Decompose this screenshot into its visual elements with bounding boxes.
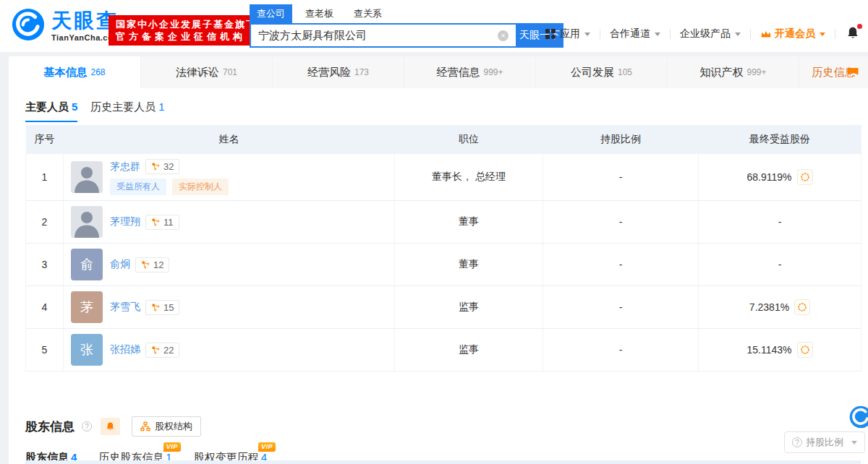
- ratio-cell: -: [543, 329, 699, 371]
- table-header-row: 序号 姓名 职位 持股比例 最终受益股份: [26, 125, 861, 154]
- person-photo-avatar[interactable]: [71, 161, 103, 193]
- benefit-cell: 15.1143%: [699, 329, 861, 371]
- person-name-link[interactable]: 俞炯: [110, 258, 130, 271]
- staff-sub-tab[interactable]: 主要人员5: [25, 100, 77, 122]
- col-header-index: 序号: [26, 125, 64, 154]
- search-type-tab[interactable]: 查老板: [298, 4, 341, 23]
- index-cell: 3: [26, 244, 64, 286]
- equity-circle-icon[interactable]: [797, 169, 813, 185]
- person-info: 张招娣22: [110, 343, 179, 358]
- search-input[interactable]: [250, 23, 516, 48]
- person-info: 茅理翔11: [110, 215, 179, 230]
- person-name-link[interactable]: 张招娣: [110, 343, 140, 356]
- main-tab-label: 知识产权: [699, 66, 743, 80]
- table-row: 5张张招娣22监事-15.1143%: [26, 329, 861, 371]
- vip-badge: VIP: [258, 442, 276, 452]
- person-photo-avatar[interactable]: [71, 206, 103, 238]
- logo-eye-icon: [12, 8, 45, 44]
- nav-open-vip[interactable]: 开通会员: [760, 27, 825, 40]
- person-letter-avatar[interactable]: 张: [71, 334, 103, 366]
- relations-graph-icon: [151, 345, 161, 355]
- person-info: 俞炯12: [110, 257, 169, 272]
- ratio-cell: -: [543, 286, 699, 329]
- cert-line2: 官方备案企业征信机构: [116, 30, 257, 43]
- relations-count: 32: [163, 161, 174, 172]
- index-cell: 4: [26, 286, 64, 329]
- clear-search-icon[interactable]: ×: [498, 30, 509, 41]
- relations-badge[interactable]: 11: [145, 215, 179, 230]
- person-tag: 实际控制人: [172, 179, 229, 195]
- relations-graph-icon: [151, 218, 161, 227]
- person-name-link[interactable]: 茅忠群: [110, 160, 140, 173]
- main-tab[interactable]: 经营风险173: [272, 56, 404, 88]
- company-detail-panel: 基本信息268法律诉讼701经营风险173经营信息999+公司发展105知识产权…: [9, 56, 868, 464]
- staff-sub-tab-label: 主要人员: [25, 100, 69, 113]
- main-tab[interactable]: 经营信息999+: [404, 56, 535, 88]
- floating-logo-button[interactable]: [849, 405, 868, 429]
- main-tab-count: 268: [90, 67, 105, 77]
- col-header-benefit: 最终受益股份: [699, 125, 861, 154]
- position-cell: 监事: [395, 329, 543, 371]
- index-cell: 2: [26, 201, 64, 244]
- company-section-tabs: 基本信息268法律诉讼701经营风险173经营信息999+公司发展105知识产权…: [9, 56, 868, 88]
- person-name-link[interactable]: 茅雪飞: [110, 301, 140, 314]
- staff-sub-tab-label: 历史主要人员: [90, 100, 156, 113]
- shareholder-header: 股东信息 ? 股权结构: [25, 416, 868, 437]
- benefit-cell: -: [699, 201, 861, 244]
- person-info: 茅忠群32受益所有人实际控制人: [110, 159, 229, 195]
- relations-graph-icon: [151, 303, 161, 312]
- benefit-cell: 68.9119%: [699, 154, 861, 201]
- main-tab-count: 999+: [483, 67, 503, 77]
- person-name-line: 张招娣22: [110, 343, 179, 358]
- help-icon[interactable]: ?: [82, 421, 92, 431]
- staff-table-body: 1茅忠群32受益所有人实际控制人董事长， 总经理-68.9119%2茅理翔11董…: [26, 154, 861, 371]
- org-chart-icon: [140, 421, 150, 431]
- cert-line1: 国家中小企业发展子基金旗下: [116, 18, 257, 30]
- tianyancha-logo[interactable]: 天眼查 TianYanCha.com: [12, 8, 120, 44]
- main-tab[interactable]: 历史信息: [799, 56, 868, 88]
- person-name-line: 茅理翔11: [110, 215, 179, 230]
- staff-sub-tab[interactable]: 历史主要人员1: [90, 100, 164, 122]
- chevron-down-icon: [851, 441, 857, 447]
- col-header-ratio: 持股比例: [543, 125, 699, 154]
- table-row: 1茅忠群32受益所有人实际控制人董事长， 总经理-68.9119%: [26, 154, 861, 201]
- name-cell-td: 俞俞炯12: [64, 244, 395, 286]
- person-letter-avatar[interactable]: 茅: [71, 291, 103, 323]
- position-cell: 监事: [395, 286, 543, 329]
- main-tab[interactable]: 基本信息268: [9, 56, 140, 88]
- help-icon: ?: [792, 437, 802, 447]
- crown-icon: [760, 30, 772, 39]
- person-name-link[interactable]: 茅理翔: [110, 215, 140, 228]
- nav-apps[interactable]: 应用: [545, 27, 590, 40]
- staff-sub-tab-count: 1: [158, 100, 164, 113]
- name-cell-td: 张张招娣22: [64, 329, 395, 371]
- relations-badge[interactable]: 15: [145, 300, 179, 315]
- staff-sub-tab-count: 5: [72, 100, 77, 113]
- relations-badge[interactable]: 12: [135, 257, 169, 272]
- table-row: 2茅理翔11董事--: [26, 201, 861, 244]
- person-name-line: 俞炯12: [110, 257, 169, 272]
- main-tab-count: 701: [223, 67, 237, 77]
- search-type-tab[interactable]: 查公司: [250, 4, 292, 23]
- certification-badge: 国家中小企业发展子基金旗下 官方备案企业征信机构: [109, 15, 264, 46]
- benefit-value: 7.2381%: [749, 301, 789, 313]
- main-tab[interactable]: 法律诉讼701: [140, 56, 272, 88]
- equity-structure-button[interactable]: 股权结构: [132, 416, 201, 437]
- ratio-filter-button[interactable]: ? 持股比例: [784, 431, 865, 453]
- main-tab[interactable]: 知识产权999+: [667, 56, 799, 88]
- nav-partner-channel[interactable]: 合作通道: [610, 27, 660, 40]
- main-tab-label: 经营信息: [436, 66, 480, 80]
- person-name-line: 茅忠群32: [110, 159, 229, 174]
- chevron-down-icon: [735, 33, 741, 39]
- relations-badge[interactable]: 22: [145, 343, 179, 358]
- main-tab[interactable]: 公司发展105: [535, 56, 667, 88]
- notification-bell-icon[interactable]: [846, 26, 859, 42]
- relations-graph-icon: [151, 162, 161, 171]
- equity-circle-icon[interactable]: [797, 342, 813, 358]
- equity-circle-icon[interactable]: [794, 299, 810, 315]
- subscribe-bell-icon[interactable]: [101, 418, 120, 435]
- relations-badge[interactable]: 32: [145, 159, 179, 174]
- nav-enterprise-products[interactable]: 企业级产品: [680, 27, 741, 40]
- person-letter-avatar[interactable]: 俞: [71, 249, 103, 280]
- search-type-tab[interactable]: 查关系: [346, 4, 389, 23]
